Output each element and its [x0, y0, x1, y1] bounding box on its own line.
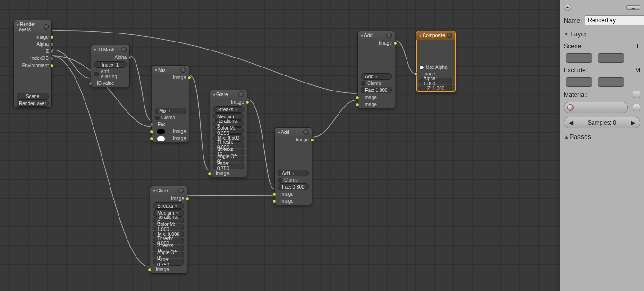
preview-dot-icon[interactable] — [386, 33, 392, 38]
material-override-selector[interactable] — [564, 102, 628, 113]
name-input[interactable] — [585, 15, 644, 25]
socket-image-out[interactable] — [393, 42, 397, 45]
node-add-1[interactable]: ▾Add Image Add Clamp Fac: 0.300 Image Im… — [274, 127, 312, 205]
fac-field[interactable]: Fac: 0.300 — [278, 183, 309, 190]
socket-label: Alpha — [36, 42, 49, 47]
add-mode-dropdown[interactable]: Add — [278, 170, 309, 176]
panel-grip-icon[interactable]: ≡ — [626, 5, 640, 10]
clamp-check[interactable]: Clamp — [152, 115, 189, 121]
socket-environment[interactable] — [50, 64, 54, 67]
socket-image-out[interactable] — [187, 76, 191, 80]
socket-image-in-1[interactable] — [356, 96, 359, 100]
preview-dot-icon[interactable] — [238, 91, 244, 97]
exclude-label: Exclude: — [564, 67, 587, 74]
compositor-node-area[interactable]: ▾Render Layers Image Alpha Z IndexOB Env… — [0, 0, 559, 291]
node-glare-1[interactable]: ▾Glare Image Streaks Medium Iterations: … — [210, 90, 247, 177]
socket-label: ID value — [97, 81, 114, 86]
use-alpha-check[interactable]: Use Alpha — [416, 64, 455, 70]
socket-label: Image — [364, 95, 377, 100]
socket-image-in-2[interactable] — [272, 200, 276, 203]
samples-field[interactable]: ◀ Samples: 0 ▶ — [564, 117, 640, 128]
node-title: Add — [364, 33, 373, 38]
fade-field[interactable]: Fade: 0.750 — [213, 163, 244, 169]
samples-value: Samples: 0 — [588, 117, 616, 128]
node-id-mask[interactable]: ▾ID Mask Alpha Index: 1 Anti-Aliasing ID… — [91, 45, 130, 87]
add-mode-dropdown[interactable]: Add — [361, 73, 392, 80]
socket-label: Fac — [158, 122, 166, 127]
properties-panel[interactable]: + ≡ Name: ▼Layer Scene:L Exclude:M Mater… — [559, 0, 644, 291]
socket-label: Image — [280, 199, 294, 204]
exclude-layer-grid-2[interactable] — [598, 77, 624, 87]
socket-image-in-1[interactable] — [150, 130, 153, 133]
socket-image-in[interactable] — [148, 268, 152, 272]
socket-idvalue[interactable] — [89, 82, 93, 85]
socket-image-in-1[interactable] — [272, 192, 276, 196]
preview-dot-icon[interactable] — [44, 24, 49, 30]
fac-field[interactable]: Fac: 1.000 — [361, 87, 392, 93]
letter-m: M — [635, 67, 640, 74]
preview-dot-icon[interactable] — [121, 47, 127, 52]
node-title: Glare — [156, 188, 168, 193]
passes-section-header[interactable]: ▶Passes — [560, 130, 644, 143]
clamp-check[interactable]: Clamp — [275, 177, 312, 183]
add-button-icon[interactable]: + — [564, 4, 571, 11]
node-header[interactable]: ▾ID Mask — [91, 45, 129, 54]
node-header[interactable]: ▾Add — [275, 128, 312, 136]
preview-dot-icon[interactable] — [447, 33, 452, 38]
node-header[interactable]: ▾Glare — [210, 90, 247, 99]
scene-layer-grid-1[interactable] — [566, 53, 592, 63]
node-add-2[interactable]: ▾Add Image Add Clamp Fac: 1.000 Image Im… — [357, 31, 395, 108]
alpha-field[interactable]: Alpha: 1.000 — [419, 78, 452, 84]
socket-label: Image — [173, 129, 186, 134]
socket-label: Image — [156, 267, 169, 272]
material-sphere-icon — [567, 104, 574, 111]
material-check-2[interactable] — [633, 104, 640, 111]
preview-dot-icon[interactable] — [178, 188, 184, 193]
node-header[interactable]: ▾Render Layers — [14, 20, 51, 33]
socket-alpha-out[interactable] — [128, 56, 132, 59]
mix-mode-dropdown[interactable]: Mix — [155, 108, 186, 114]
renderlayer-selector[interactable]: RenderLayer — [17, 100, 49, 107]
material-check[interactable] — [633, 91, 640, 98]
socket-image-in[interactable] — [414, 72, 418, 76]
node-title: Add — [281, 130, 289, 135]
socket-label: Image — [171, 196, 184, 201]
node-header[interactable]: ▾Mix — [152, 66, 189, 74]
exclude-layer-grid-1[interactable] — [566, 77, 592, 87]
socket-image-out[interactable] — [310, 138, 314, 142]
socket-fac[interactable] — [150, 123, 153, 126]
socket-image[interactable] — [50, 35, 54, 39]
socket-image-out[interactable] — [246, 100, 249, 104]
preview-dot-icon[interactable] — [180, 67, 186, 73]
node-title: Glare — [216, 92, 228, 97]
scene-selector[interactable]: Scene — [17, 93, 49, 100]
node-header[interactable]: ▾Glare — [150, 186, 187, 195]
socket-z[interactable] — [50, 50, 54, 53]
node-mix[interactable]: ▾Mix Image Mix Clamp Fac Image Image — [152, 65, 189, 142]
node-header[interactable]: ▾Composite — [416, 31, 455, 40]
node-header[interactable]: ▾Add — [358, 31, 395, 40]
scene-layer-grid-2[interactable] — [598, 53, 624, 63]
preview-dot-icon[interactable] — [303, 129, 309, 135]
node-title: ID Mask — [97, 47, 115, 52]
glare-type-dropdown[interactable]: Streaks — [153, 202, 184, 209]
node-render-layers[interactable]: ▾Render Layers Image Alpha Z IndexOB Env… — [13, 20, 52, 108]
socket-image-in-2[interactable] — [150, 137, 153, 141]
socket-indexob[interactable] — [50, 57, 54, 60]
node-glare-2[interactable]: ▾Glare Image Streaks Medium Iterations: … — [150, 186, 187, 274]
socket-label: Alpha — [114, 55, 127, 60]
glare-type-dropdown[interactable]: Streaks — [213, 106, 244, 113]
index-field[interactable]: Index: 1 — [94, 61, 127, 68]
socket-image-in-2[interactable] — [356, 103, 359, 107]
anti-aliasing-check[interactable]: Anti-Aliasing — [91, 68, 129, 80]
socket-image-in[interactable] — [208, 172, 212, 175]
layer-section-header[interactable]: ▼Layer — [560, 27, 644, 41]
colorm-field[interactable]: Color M: 0.250 — [213, 127, 244, 134]
colorm-field[interactable]: Color M: 1.000 — [153, 224, 184, 230]
node-title: Mix — [158, 67, 166, 73]
socket-alpha[interactable] — [50, 42, 54, 46]
socket-image-out[interactable] — [186, 197, 189, 200]
clamp-check[interactable]: Clamp — [358, 80, 395, 86]
fade-field[interactable]: Fade: 0.750 — [153, 259, 184, 266]
node-composite[interactable]: ▾Composite Use Alpha Image Alpha: 1.000 … — [416, 31, 456, 92]
